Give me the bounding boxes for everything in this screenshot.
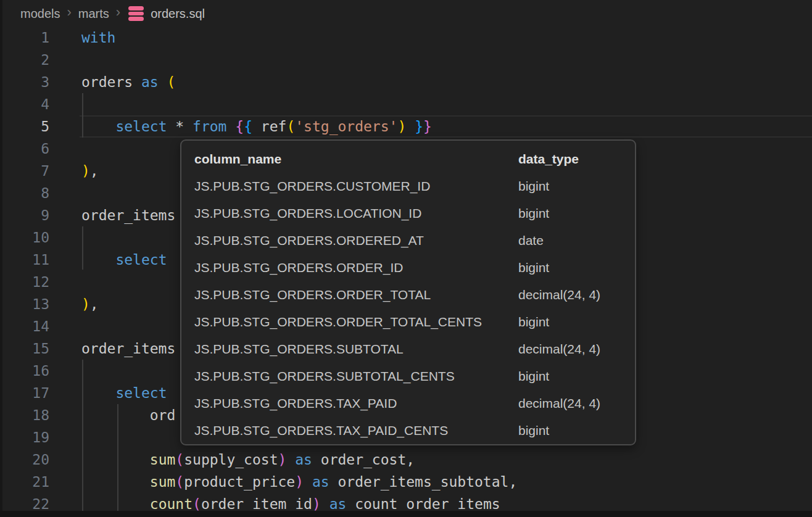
code-token: } (415, 118, 423, 134)
code-token: order_items_subtotal, (329, 474, 518, 490)
line-content[interactable]: ord (49, 404, 175, 426)
column-name-cell: JS.PUB.STG_ORDERS.ORDER_ID (194, 260, 518, 275)
line-number[interactable]: 7 (0, 160, 49, 182)
line-number[interactable]: 21 (0, 471, 49, 493)
chevron-right-icon: › (116, 6, 120, 19)
line-number[interactable]: 5 (0, 115, 49, 138)
popup-header-row: column_name data_type (181, 146, 635, 173)
code-token: ) (81, 163, 90, 179)
code-token: ) (278, 452, 287, 468)
column-row: JS.PUB.STG_ORDERS.ORDERED_ATdate (181, 227, 635, 254)
code-token: product_price (184, 474, 295, 490)
code-line-21[interactable]: 21 sum(product_price) as order_items_sub… (0, 471, 812, 493)
line-number[interactable]: 20 (0, 449, 49, 471)
code-line-2[interactable]: 2 (0, 49, 812, 71)
code-token: as (329, 496, 347, 512)
code-token (406, 118, 415, 134)
code-token: ) (312, 496, 321, 512)
line-content[interactable]: select (49, 249, 167, 271)
code-line-3[interactable]: 3orders as ( (0, 71, 812, 93)
database-icon (128, 6, 144, 21)
column-name-header: column_name (194, 152, 518, 167)
code-token (81, 452, 150, 468)
code-token: select (115, 118, 167, 134)
code-token (81, 385, 115, 401)
line-content[interactable]: sum(product_price) as order_items_subtot… (49, 471, 517, 493)
line-number[interactable]: 3 (0, 71, 49, 93)
line-number[interactable]: 12 (0, 271, 49, 293)
code-token: { (244, 118, 252, 134)
code-line-20[interactable]: 20 sum(supply_cost) as order_cost, (0, 449, 812, 471)
line-number[interactable]: 10 (0, 226, 49, 249)
line-number[interactable]: 1 (0, 27, 49, 49)
code-token (304, 474, 312, 490)
line-content[interactable]: ), (49, 160, 99, 182)
code-token: } (423, 118, 432, 134)
column-row: JS.PUB.STG_ORDERS.ORDER_IDbigint (181, 254, 635, 281)
data-type-cell: bigint (518, 423, 624, 438)
code-line-5[interactable]: 5 select * from {{ ref('stg_orders') }} (0, 115, 812, 138)
column-row: JS.PUB.STG_ORDERS.SUBTOTALdecimal(24, 4) (181, 336, 635, 363)
line-number[interactable]: 19 (0, 426, 49, 449)
code-token: { (235, 118, 244, 134)
line-number[interactable]: 14 (0, 315, 49, 337)
breadcrumb-item-file[interactable]: orders.sql (151, 7, 205, 21)
popup-row-list: JS.PUB.STG_ORDERS.CUSTOMER_IDbigintJS.PU… (181, 173, 635, 444)
column-row: JS.PUB.STG_ORDERS.SUBTOTAL_CENTSbigint (181, 363, 635, 390)
code-token: with (81, 30, 115, 46)
column-row: JS.PUB.STG_ORDERS.TAX_PAID_CENTSbigint (181, 417, 635, 444)
line-number[interactable]: 11 (0, 249, 49, 271)
data-type-cell: bigint (518, 315, 624, 329)
column-name-cell: JS.PUB.STG_ORDERS.ORDER_TOTAL (194, 287, 518, 302)
data-type-cell: decimal(24, 4) (518, 287, 624, 302)
code-token (286, 452, 295, 468)
data-type-cell: bigint (518, 260, 624, 275)
line-number[interactable]: 8 (0, 182, 49, 204)
line-number[interactable]: 17 (0, 382, 49, 404)
column-row: JS.PUB.STG_ORDERS.ORDER_TOTAL_CENTSbigin… (181, 308, 635, 336)
code-token: order_items (81, 341, 175, 357)
data-type-cell: date (518, 233, 624, 248)
code-line-1[interactable]: 1with (0, 27, 812, 49)
code-token: order_item_id (201, 496, 312, 512)
line-number[interactable]: 13 (0, 293, 49, 315)
line-content[interactable]: order_items (49, 337, 175, 360)
data-type-cell: bigint (518, 369, 624, 384)
line-content[interactable]: ), (49, 293, 99, 315)
data-type-cell: decimal(24, 4) (518, 396, 624, 411)
line-content[interactable]: select (49, 382, 167, 404)
code-token: sum (150, 452, 176, 468)
line-content[interactable]: order_items (49, 204, 175, 226)
code-token: ) (295, 474, 304, 490)
code-token: orders (81, 74, 141, 90)
code-token: , (90, 296, 99, 312)
code-token: order_items (81, 207, 175, 223)
code-token: * (167, 118, 193, 134)
breadcrumb-item-marts[interactable]: marts (78, 7, 109, 21)
line-number[interactable]: 18 (0, 404, 49, 426)
code-token: count_order_items (346, 496, 500, 512)
column-name-cell: JS.PUB.STG_ORDERS.TAX_PAID_CENTS (194, 423, 518, 438)
code-token: ( (167, 74, 176, 90)
window-left-edge (0, 0, 2, 517)
column-name-cell: JS.PUB.STG_ORDERS.TAX_PAID (194, 396, 518, 411)
line-number[interactable]: 2 (0, 49, 49, 71)
line-content[interactable]: orders as ( (49, 71, 175, 93)
code-token (81, 118, 115, 134)
line-number[interactable]: 6 (0, 138, 49, 160)
line-number[interactable]: 15 (0, 337, 49, 360)
editor-window: models › marts › orders.sql 1with23order… (0, 0, 812, 517)
line-number[interactable]: 16 (0, 360, 49, 382)
column-info-popup: column_name data_type JS.PUB.STG_ORDERS.… (180, 139, 636, 445)
code-token (81, 496, 150, 512)
line-content[interactable]: with (49, 27, 115, 49)
code-line-4[interactable]: 4 (0, 93, 812, 115)
column-name-cell: JS.PUB.STG_ORDERS.ORDER_TOTAL_CENTS (194, 315, 518, 329)
line-content[interactable]: sum(supply_cost) as order_cost, (49, 449, 415, 471)
code-token (226, 118, 235, 134)
line-number[interactable]: 4 (0, 93, 49, 115)
line-number[interactable]: 9 (0, 204, 49, 226)
chevron-right-icon: › (67, 6, 71, 19)
breadcrumb-item-models[interactable]: models (20, 7, 60, 21)
line-content[interactable]: select * from {{ ref('stg_orders') }} (49, 115, 432, 138)
